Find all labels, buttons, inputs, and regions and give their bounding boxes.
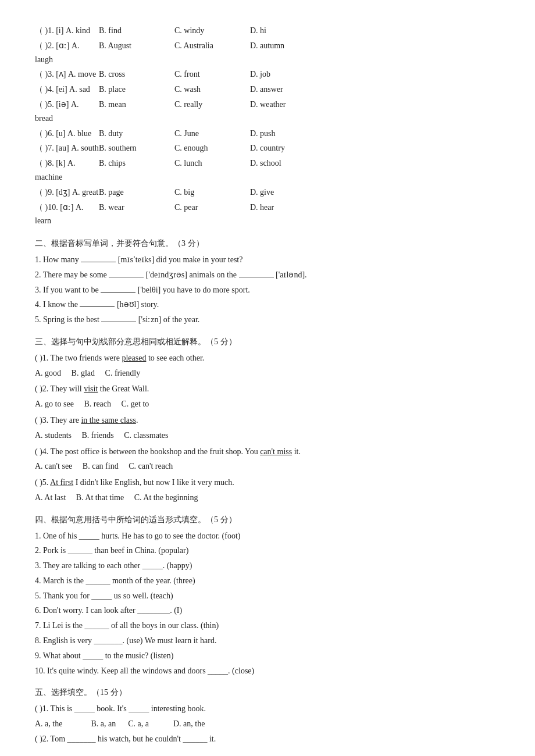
underline-word: At first	[50, 478, 73, 487]
section-phonics: （ )1. [i] A. kind B. find C. windy D. hi…	[35, 23, 500, 229]
phonics-c: C. Australia	[174, 38, 250, 67]
phonics-table: （ )1. [i] A. kind B. find C. windy D. hi…	[35, 23, 320, 229]
section2-title: 二、根据音标写单词，并要符合句意。（3 分）	[35, 237, 500, 251]
section-2: 二、根据音标写单词，并要符合句意。（3 分） 1. How many [mɪsˈ…	[35, 237, 500, 327]
underline-word: visit	[84, 384, 98, 393]
section2-question: 3. If you want to be ['belθi] you have t…	[35, 283, 500, 297]
section5-title: 五、选择填空。（15 分）	[35, 686, 500, 700]
paren-open: （	[35, 85, 43, 94]
phonics-b: B. find	[99, 23, 174, 38]
section4-question: 2. Pork is ______ than beef in China. (p…	[35, 544, 500, 558]
phonics-row: （ )8. [k] A. machine B. chips C. lunch D…	[35, 156, 320, 185]
phonics-row: （ )4. [ei] A. sad B. place C. wash D. an…	[35, 82, 320, 97]
q-text: ( )2. They will visit the Great Wall.	[35, 382, 500, 396]
phonics-c: C. lunch	[174, 156, 250, 185]
phonics-c: C. really	[174, 97, 250, 126]
phonics-d: D. autumn	[250, 38, 320, 67]
phonics-c: C. front	[174, 67, 250, 82]
phonics-row: （ )3. [ʌ] A. move B. cross C. front D. j…	[35, 67, 320, 82]
phonics-paren: （ )9. [dʒ] A. great	[35, 185, 99, 200]
section4-question: 1. One of his _____ hurts. He has to go …	[35, 529, 500, 543]
blank	[109, 277, 144, 277]
blank	[239, 277, 274, 277]
options-row: A. students B. friends C. classmates	[35, 429, 500, 443]
phonics-b: B. southern	[99, 141, 174, 156]
blank	[101, 292, 135, 293]
phonics-d: D. weather	[250, 97, 320, 126]
phonics-row: （ )2. [ɑː] A. laugh B. August C. Austral…	[35, 38, 320, 67]
phonics-c: C. pear	[174, 200, 250, 229]
phonics-paren: （ )6. [u] A. blue	[35, 126, 99, 141]
paren-open: （	[35, 70, 43, 79]
phonics-d: D. hi	[250, 23, 320, 38]
phonics-b: B. place	[99, 82, 174, 97]
phonics-paren: （ )8. [k] A. machine	[35, 156, 99, 185]
q-text: ( )2. Tom _______ his watch, but he coul…	[35, 732, 500, 746]
section3-question: ( )2. They will visit the Great Wall.A. …	[35, 382, 500, 411]
underline-word: in the same class	[81, 416, 135, 425]
blank	[80, 306, 115, 307]
section5-question: ( )2. Tom _______ his watch, but he coul…	[35, 732, 500, 746]
phonics-paren: （ )7. [au] A. south	[35, 141, 99, 156]
paren-open: （	[35, 129, 43, 138]
q-text: ( )5. At first I didn't like English, bu…	[35, 476, 500, 490]
phonics-b: B. duty	[99, 126, 174, 141]
paren-open: （	[35, 41, 43, 50]
phonics-c: C. windy	[174, 23, 250, 38]
section-4: 四、根据句意用括号中所给词的适当形式填空。（5 分） 1. One of his…	[35, 513, 500, 678]
section4-question: 4. March is the ______ month of the year…	[35, 574, 500, 588]
paren-open: （	[35, 188, 43, 197]
phonics-c: C. wash	[174, 82, 250, 97]
section4-question: 6. Don't worry. I can look after _______…	[35, 604, 500, 618]
paren-open: （	[35, 100, 43, 109]
section3-question: ( )1. The two friends were pleased to se…	[35, 351, 500, 380]
phonics-b: B. August	[99, 38, 174, 67]
section4-question: 3. They are talking to each other _____.…	[35, 559, 500, 573]
section2-question: 4. I know the [həʊl] story.	[35, 298, 500, 312]
phonics-row: （ )7. [au] A. south B. southern C. enoug…	[35, 141, 320, 156]
section3-question: ( )4. The post office is between the boo…	[35, 445, 500, 474]
section3-questions: ( )1. The two friends were pleased to se…	[35, 351, 500, 505]
paren-open: （	[35, 203, 43, 212]
options-row: A. a, the B. a, an C. a, a D. an, the	[35, 717, 500, 731]
phonics-d: D. push	[250, 126, 320, 141]
underline-word: can't miss	[260, 447, 292, 456]
phonics-b: B. chips	[99, 156, 174, 185]
phonics-b: B. wear	[99, 200, 174, 229]
phonics-b: B. mean	[99, 97, 174, 126]
q-text: ( )3. They are in the same class.	[35, 413, 500, 427]
phonics-b: B. page	[99, 185, 174, 200]
q-text: ( )1. The two friends were pleased to se…	[35, 351, 500, 365]
phonics-row: （ )9. [dʒ] A. great B. page C. big D. gi…	[35, 185, 320, 200]
options-row: A. go to see B. reach C. get to	[35, 397, 500, 411]
section4-question: 8. English is very _______. (use) We mus…	[35, 634, 500, 648]
section3-question: ( )3. They are in the same class.A. stud…	[35, 413, 500, 443]
section2-questions: 1. How many [mɪsˈteɪks] did you make in …	[35, 253, 500, 327]
section4-question: 5. Thank you for _____ us so well. (teac…	[35, 589, 500, 603]
phonics-paren: （ )3. [ʌ] A. move	[35, 67, 99, 82]
section4-question: 9. What about _____ to the music? (liste…	[35, 649, 500, 663]
section3-title: 三、选择与句中划线部分意思相同或相近解释。（5 分）	[35, 335, 500, 349]
phonics-b: B. cross	[99, 67, 174, 82]
section-3: 三、选择与句中划线部分意思相同或相近解释。（5 分） ( )1. The two…	[35, 335, 500, 505]
phonics-paren: （ )10. [ɑː] A. learn	[35, 200, 99, 229]
phonics-c: C. enough	[174, 141, 250, 156]
paren-open: （	[35, 26, 43, 35]
phonics-row: （ )10. [ɑː] A. learn B. wear C. pear D. …	[35, 200, 320, 229]
phonics-d: D. give	[250, 185, 320, 200]
phonics-d: D. job	[250, 67, 320, 82]
section2-question: 5. Spring is the best ['siːzn] of the ye…	[35, 313, 500, 327]
phonics-d: D. hear	[250, 200, 320, 229]
blank	[101, 322, 136, 322]
section3-question: ( )5. At first I didn't like English, bu…	[35, 476, 500, 505]
section2-question: 1. How many [mɪsˈteɪks] did you make in …	[35, 253, 500, 267]
section4-question: 7. Li Lei is the ______ of all the boys …	[35, 619, 500, 633]
options-row: A. can't see B. can find C. can't reach	[35, 459, 500, 473]
q-text: ( )1. This is _____ book. It's _____ int…	[35, 702, 500, 716]
section4-title: 四、根据句意用括号中所给词的适当形式填空。（5 分）	[35, 513, 500, 527]
section4-questions: 1. One of his _____ hurts. He has to go …	[35, 529, 500, 678]
phonics-paren: （ )1. [i] A. kind	[35, 23, 99, 38]
phonics-d: D. country	[250, 141, 320, 156]
phonics-paren: （ )2. [ɑː] A. laugh	[35, 38, 99, 67]
section5-questions: ( )1. This is _____ book. It's _____ int…	[35, 702, 500, 746]
